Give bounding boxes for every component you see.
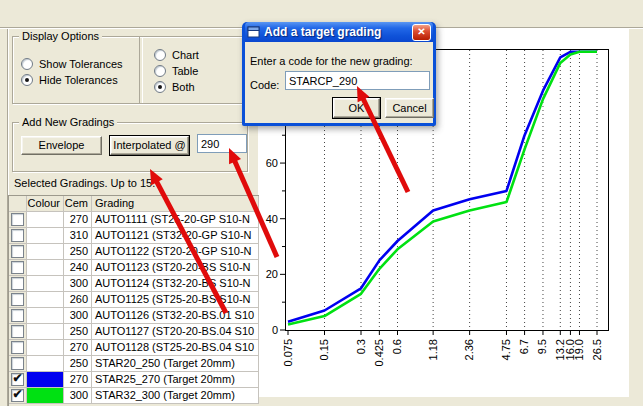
cem-value: 250: [64, 324, 92, 340]
colour-swatch[interactable]: [27, 324, 64, 340]
row-checkbox[interactable]: [9, 356, 27, 372]
cem-value: 270: [64, 372, 92, 388]
row-checkbox[interactable]: ✔: [9, 372, 27, 388]
header-grading-col: Grading: [92, 196, 259, 212]
row-checkbox[interactable]: [9, 260, 27, 276]
svg-text:0.6: 0.6: [391, 339, 403, 354]
code-input[interactable]: [285, 71, 430, 90]
radio-table[interactable]: Table: [154, 64, 198, 77]
checkbox-icon[interactable]: [11, 277, 24, 290]
colour-swatch[interactable]: [27, 212, 64, 228]
display-options-title: Display Options: [19, 30, 102, 43]
svg-text:0.075: 0.075: [282, 339, 294, 367]
row-checkbox[interactable]: [9, 292, 27, 308]
row-checkbox[interactable]: [9, 340, 27, 356]
checkbox-icon[interactable]: [11, 325, 24, 338]
svg-text:9.5: 9.5: [536, 339, 548, 354]
colour-swatch[interactable]: [27, 292, 64, 308]
row-checkbox[interactable]: [9, 308, 27, 324]
header-checkbox-col: [9, 196, 27, 212]
svg-text:0.15: 0.15: [318, 339, 330, 360]
dialog-title-bar[interactable]: Add a target grading ✕: [245, 22, 433, 42]
colour-swatch[interactable]: [27, 260, 64, 276]
colour-swatch[interactable]: [27, 228, 64, 244]
radio-icon[interactable]: [154, 81, 166, 93]
radio-icon[interactable]: [21, 74, 33, 86]
svg-text:60: 60: [266, 157, 278, 169]
grading-name: STAR20_250 (Target 20mm): [92, 356, 259, 372]
checkbox-icon[interactable]: [11, 229, 24, 242]
cem-value: 300: [64, 276, 92, 292]
svg-text:2.36: 2.36: [463, 339, 475, 360]
dialog-icon: [247, 26, 260, 38]
colour-swatch[interactable]: [27, 308, 64, 324]
radio-label: Table: [172, 65, 198, 77]
grading-name: AUTO1121 (ST32-20-GP S10-N: [92, 228, 259, 244]
dialog-title: Add a target grading: [264, 25, 381, 39]
svg-text:26.5: 26.5: [591, 339, 603, 360]
radio-both[interactable]: Both: [154, 80, 195, 93]
checkbox-icon[interactable]: [11, 293, 24, 306]
interpolated-button[interactable]: Interpolated @: [110, 136, 189, 155]
colour-swatch[interactable]: [27, 244, 64, 260]
radio-chart[interactable]: Chart: [154, 48, 199, 61]
table-row: 300AUTO1126 (ST32-20-BS.01 S10: [9, 308, 259, 324]
colour-swatch[interactable]: [27, 388, 64, 404]
radio-label: Both: [172, 81, 195, 93]
checkbox-icon[interactable]: [11, 309, 24, 322]
grading-name: AUTO1128 (ST25-20-BS.04 S10: [92, 340, 259, 356]
interpolated-value-input[interactable]: [197, 134, 247, 153]
checkbox-icon[interactable]: [11, 213, 24, 226]
cem-value: 240: [64, 260, 92, 276]
checkbox-icon[interactable]: [11, 261, 24, 274]
radio-hide-tolerances[interactable]: Hide Tolerances: [21, 73, 118, 86]
table-row: 240AUTO1123 (ST20-20-BS S10-N: [9, 260, 259, 276]
checkbox-icon[interactable]: [11, 357, 24, 370]
svg-text:40: 40: [266, 213, 278, 225]
cem-value: 250: [64, 356, 92, 372]
svg-text:0.3: 0.3: [355, 339, 367, 354]
ok-button[interactable]: OK: [333, 98, 380, 118]
grading-name: AUTO1127 (ST20-20-BS.04 S10: [92, 324, 259, 340]
header-colour-col: Colour: [27, 196, 64, 212]
grading-name: AUTO1122 (ST20-20-GP S10-N: [92, 244, 259, 260]
dialog-prompt: Enter a code for the new grading:: [250, 55, 413, 67]
row-checkbox[interactable]: ✔: [9, 388, 27, 404]
table-row: 270AUTO1111 (ST25-20-GP S10-N: [9, 212, 259, 228]
grading-name: AUTO1126 (ST32-20-BS.01 S10: [92, 308, 259, 324]
cem-value: 310: [64, 228, 92, 244]
row-checkbox[interactable]: [9, 228, 27, 244]
radio-show-tolerances[interactable]: Show Tolerances: [21, 57, 123, 70]
colour-swatch[interactable]: [27, 340, 64, 356]
table-row: 260AUTO1125 (ST25-20-BS S10-N: [9, 292, 259, 308]
svg-text:19.0: 19.0: [573, 339, 585, 360]
cem-value: 300: [64, 388, 92, 404]
radio-icon[interactable]: [154, 65, 166, 77]
row-checkbox[interactable]: [9, 276, 27, 292]
table-row: 250STAR20_250 (Target 20mm): [9, 356, 259, 372]
cancel-button[interactable]: Cancel: [385, 98, 434, 118]
svg-text:20: 20: [266, 268, 278, 280]
radio-icon[interactable]: [154, 49, 166, 61]
svg-text:1.18: 1.18: [427, 339, 439, 360]
row-checkbox[interactable]: [9, 324, 27, 340]
colour-swatch[interactable]: [27, 276, 64, 292]
grading-name: STAR25_270 (Target 20mm): [92, 372, 259, 388]
radio-icon[interactable]: [21, 58, 33, 70]
radio-label: Show Tolerances: [39, 58, 123, 70]
grading-name: AUTO1124 (ST32-20-BS S10-N: [92, 276, 259, 292]
checkbox-icon[interactable]: [11, 341, 24, 354]
table-row: ✔300STAR32_300 (Target 20mm): [9, 388, 259, 404]
cem-value: 250: [64, 244, 92, 260]
colour-swatch[interactable]: [27, 356, 64, 372]
row-checkbox[interactable]: [9, 212, 27, 228]
table-row: 250AUTO1122 (ST20-20-GP S10-N: [9, 244, 259, 260]
colour-swatch[interactable]: [27, 372, 64, 388]
row-checkbox[interactable]: [9, 244, 27, 260]
add-target-grading-dialog: Add a target grading ✕ Enter a code for …: [242, 22, 436, 126]
checkbox-icon[interactable]: [11, 245, 24, 258]
gradings-table: Colour Cem Grading 270AUTO1111 (ST25-20-…: [8, 195, 259, 406]
close-icon[interactable]: ✕: [412, 24, 431, 41]
envelope-button[interactable]: Envelope: [21, 136, 102, 155]
svg-text:0.425: 0.425: [373, 339, 385, 367]
